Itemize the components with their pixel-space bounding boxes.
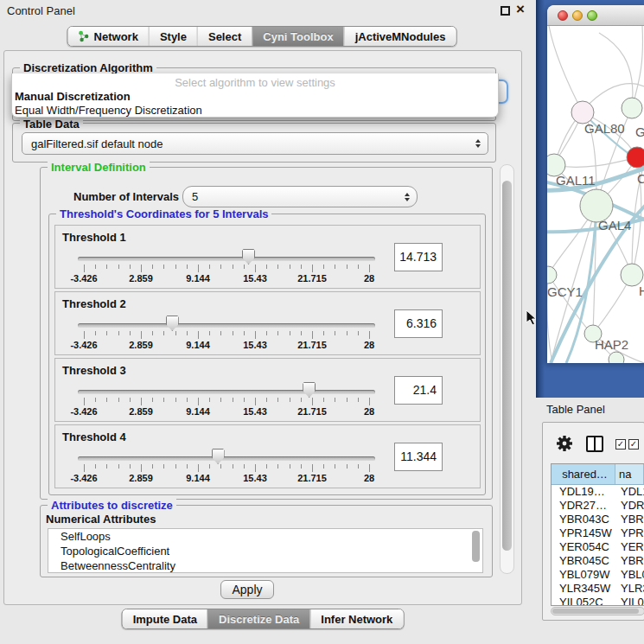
tick-mark	[233, 464, 233, 469]
threshold-slider-thumb[interactable]	[166, 316, 179, 331]
list-scrollbar[interactable]	[472, 531, 480, 562]
tick-mark	[312, 331, 313, 339]
tick-mark	[323, 265, 324, 269]
tick-mark	[358, 398, 359, 402]
attribute-list-item[interactable]: TopologicalCoefficient	[48, 544, 482, 558]
settings-scrollbar[interactable]	[500, 164, 514, 574]
attribute-list-item[interactable]: BetweennessCentrality	[48, 558, 482, 573]
table-cell: YDR2	[615, 499, 644, 513]
table-row[interactable]: YPR145WYPR1	[552, 526, 644, 540]
threshold-value-field[interactable]: 21.4	[394, 376, 443, 405]
threshold-value-field[interactable]: 6.316	[394, 309, 443, 338]
table-data-combobox[interactable]: galFiltered.sif default node	[22, 132, 488, 155]
network-node[interactable]	[627, 147, 644, 168]
tick-mark	[277, 265, 278, 269]
network-node[interactable]	[622, 98, 642, 118]
table-row[interactable]: YIL052CYIL0	[552, 596, 644, 606]
table-row[interactable]: YDR27…YDR2	[552, 499, 644, 513]
threshold-slider-track[interactable]	[78, 456, 375, 461]
table-cell: YER054C	[552, 540, 615, 554]
scrollbar-thumb[interactable]	[552, 609, 639, 614]
float-window-icon[interactable]	[501, 6, 510, 16]
tab-network[interactable]: Network	[68, 27, 149, 46]
tab-infer-network[interactable]: Infer Network	[309, 609, 403, 628]
slider-tick-labels: -3.4262.8599.14415.4321.71528	[84, 273, 369, 284]
scrollbar-thumb[interactable]	[502, 181, 512, 551]
zoom-traffic-light-icon[interactable]	[587, 10, 597, 21]
apply-button[interactable]: Apply	[220, 580, 274, 599]
tick-mark	[233, 331, 233, 335]
table-panel: ✓ ✓ shared…na YDL19…YDL1YDR27…YDR2YBR043…	[542, 422, 644, 621]
split-panel-icon[interactable]	[586, 436, 603, 452]
tick-mark	[220, 265, 221, 269]
gear-icon[interactable]	[555, 434, 574, 453]
algorithm-option[interactable]: Equal Width/Frequency Discretization	[15, 104, 202, 117]
threshold-slider-track[interactable]	[78, 390, 375, 394]
table-row[interactable]: YER054CYER0	[552, 540, 644, 554]
tick-mark	[187, 331, 188, 335]
table-cell: YER0	[615, 540, 644, 554]
table-horizontal-scrollbar[interactable]	[551, 607, 644, 615]
tick-mark	[209, 464, 210, 469]
attribute-list-item[interactable]: SelfLoops	[48, 529, 482, 544]
tick-mark	[358, 265, 359, 269]
threshold-slider-track[interactable]	[78, 257, 375, 261]
checkbox-icon[interactable]: ✓	[628, 439, 639, 450]
tab-jactivemnodules[interactable]: jActiveMNodules	[344, 27, 456, 46]
tick-mark	[106, 398, 107, 402]
node-label: GAL80	[584, 121, 625, 136]
algorithm-option[interactable]: Manual Discretization	[15, 90, 131, 103]
network-edge	[599, 33, 633, 108]
number-of-intervals-combobox[interactable]: 5	[182, 186, 418, 207]
tick-mark	[198, 265, 199, 272]
checkbox-icon[interactable]: ✓	[615, 439, 626, 450]
tick-mark	[175, 331, 176, 335]
table-row[interactable]: YBR043CYBR0	[552, 513, 644, 526]
table-row[interactable]: YBR045CYBR0	[552, 554, 644, 568]
threshold-slider-thumb[interactable]	[212, 449, 225, 464]
tab-select[interactable]: Select	[197, 27, 252, 46]
tick-label: 28	[364, 340, 374, 350]
tick-mark	[152, 265, 153, 269]
close-icon[interactable]: ×	[516, 1, 525, 18]
table-cell: YBR045C	[552, 554, 615, 568]
tick-mark	[347, 331, 348, 335]
tick-mark	[95, 464, 96, 469]
tick-mark	[141, 265, 142, 272]
table-row[interactable]: YBL079WYBL0	[552, 568, 644, 582]
tab-impute-data[interactable]: Impute Data	[123, 609, 207, 628]
threshold-slider-thumb[interactable]	[242, 249, 255, 265]
slider-tick-labels: -3.4262.8599.14415.4321.71528	[84, 406, 369, 417]
node-label: HAP2	[595, 337, 628, 352]
network-node[interactable]	[609, 352, 624, 363]
tick-mark	[175, 265, 176, 269]
network-window-titlebar[interactable]	[547, 5, 644, 26]
tick-mark	[369, 398, 370, 405]
table-row[interactable]: YLR345WYLR3	[552, 582, 644, 596]
table-row[interactable]: YDL19…YDL1	[552, 485, 644, 499]
tick-mark	[290, 265, 290, 269]
tick-label: 28	[364, 273, 374, 284]
tick-mark	[84, 265, 85, 272]
column-header[interactable]: na	[615, 464, 644, 484]
attributes-list[interactable]: SelfLoopsTopologicalCoefficientBetweenne…	[48, 528, 483, 573]
threshold-value-field[interactable]: 14.713	[394, 243, 443, 271]
threshold-row: Threshold 2 -3.4262.8599.14415.4321.7152…	[54, 291, 481, 355]
thresholds-group-title: Threshold's Coordinates for 5 Intervals	[56, 207, 271, 220]
tab-discretize-data[interactable]: Discretize Data	[207, 609, 309, 628]
threshold-slider-thumb[interactable]	[303, 382, 316, 398]
network-node[interactable]	[547, 266, 557, 284]
network-canvas[interactable]: GAL80GACGAL11GAL4GCY1HHAP2	[547, 26, 644, 363]
threshold-slider-track[interactable]	[78, 323, 375, 328]
tick-label: -3.426	[70, 473, 97, 483]
threshold-value-field[interactable]: 11.344	[394, 443, 443, 471]
tick-mark	[290, 331, 290, 335]
close-traffic-light-icon[interactable]	[558, 10, 568, 21]
tick-mark	[118, 464, 119, 469]
table-cell: YIL0	[615, 596, 644, 606]
tab-style[interactable]: Style	[149, 27, 197, 46]
tick-label: 21.715	[297, 473, 327, 483]
column-header[interactable]: shared…	[552, 464, 615, 484]
tab-cyni-toolbox[interactable]: Cyni Toolbox	[252, 27, 343, 46]
minimize-traffic-light-icon[interactable]	[572, 10, 583, 21]
